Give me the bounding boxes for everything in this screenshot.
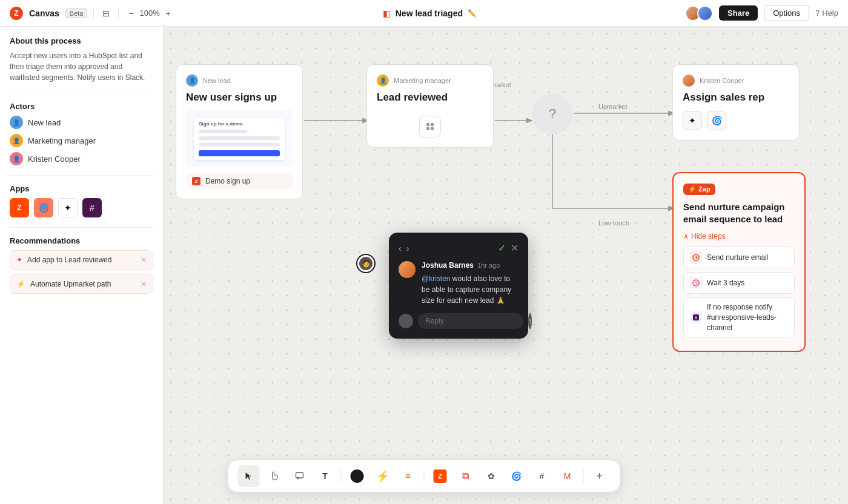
zap-step-label-3: If no response notify #unresponsive-lead… (707, 302, 788, 333)
rec-item-1: ✦ Add app to Lead reviewed ✕ (10, 250, 153, 270)
node-signup-header: 👤 New lead (186, 75, 293, 87)
node-reviewed-header: 👤 Marketing manager (377, 75, 483, 87)
process-title: About this process (10, 36, 153, 45)
node-reviewed-avatar: 👤 (377, 75, 389, 87)
toolbar-zapier-button[interactable]: Z (429, 465, 451, 487)
canvas-title: New lead triaged (396, 8, 463, 18)
rec-close-2[interactable]: ✕ (141, 280, 147, 288)
chevron-up-icon: ∧ (683, 232, 689, 240)
zap-step-3: # If no response notify #unresponsive-le… (683, 297, 795, 337)
actor-new-lead: 👤 New lead (10, 116, 153, 129)
node-assign-icons: ✦ 🌀 (683, 111, 789, 130)
actor-avatar-marketing: 👤 (10, 134, 23, 147)
zoom-level: 100% (139, 8, 159, 18)
comment-resolve-button[interactable]: ✓ (498, 242, 506, 254)
toolbar-add-button[interactable]: + (589, 465, 611, 487)
avatar-2 (697, 5, 713, 21)
zap-toggle[interactable]: ∧ Hide steps (683, 232, 795, 240)
node-signup-actor: New lead (203, 77, 231, 84)
comment-prev-button[interactable]: ‹ (399, 244, 402, 253)
circle-icon (351, 469, 364, 483)
toolbar-slack-button[interactable]: # (531, 465, 553, 487)
sidebar-divider-1 (10, 93, 153, 93)
rec-close-1[interactable]: ✕ (141, 256, 147, 264)
node-signup-title: New user signs up (186, 91, 293, 104)
edge-label-upmarket: Upmarket (598, 103, 628, 110)
toolbar-circle-button[interactable] (346, 465, 368, 487)
node-add-icon (377, 116, 483, 138)
zap-badge: ⚡ Zap (683, 184, 715, 195)
toolbar-text-button[interactable]: T (314, 465, 336, 487)
zoom-controls: − 100% + (125, 7, 174, 19)
zapier-icon: Z (434, 469, 447, 483)
toolbar-zap-button[interactable]: ⚡ (372, 465, 394, 487)
app-hubspot: 🌀 (34, 198, 53, 217)
rec-icon-2: ⚡ (16, 280, 25, 288)
share-button[interactable]: Share (719, 5, 758, 21)
collaborators (685, 5, 713, 21)
canvas[interactable]: Upmarket Low-touch Is customer upmarket … (164, 27, 848, 504)
node-zap: ⚡ Zap Send nurture campaign email sequen… (672, 172, 806, 352)
options-button[interactable]: Options (764, 5, 809, 21)
sidebar: About this process Accept new users into… (0, 27, 164, 504)
comment-nav-arrows: ‹ › (399, 244, 409, 253)
recommendations-title: Recommendations (10, 236, 153, 245)
toolbar-frame-button[interactable]: ⧉ (455, 465, 477, 487)
sidebar-divider-3 (10, 227, 153, 228)
comment-time: 1hr ago (477, 262, 500, 269)
notion-icon: ✦ (683, 111, 702, 130)
actor-kristen: 👤 Kristen Cooper (10, 152, 153, 165)
comment-reply-row: ↑ (399, 313, 518, 329)
comment-text: @kristen would also love to be able to c… (422, 273, 518, 306)
comment-close-button[interactable]: ✕ (511, 242, 518, 254)
zap-step-label-2: Wait 3 days (707, 279, 744, 287)
node-assign: Kristen Cooper Assign sales rep ✦ 🌀 (672, 64, 800, 141)
svg-rect-6 (431, 127, 434, 130)
comment-send-button[interactable]: ↑ (528, 313, 532, 329)
zap-step-icon-1 (690, 251, 702, 264)
add-apps-button[interactable] (419, 116, 441, 138)
toolbar-openai-button[interactable]: ✿ (480, 465, 502, 487)
node-assign-title: Assign sales rep (683, 91, 789, 104)
toolbar-comment-button[interactable] (289, 465, 311, 487)
hubspot-icon: 🌀 (707, 111, 726, 130)
apps-title: Apps (10, 184, 153, 193)
toolbar-cursor-button[interactable] (238, 465, 260, 487)
toolbar-gmail-button[interactable]: M (557, 465, 578, 487)
hide-button[interactable]: ⊟ (100, 7, 112, 19)
actor-avatar-new-lead: 👤 (10, 116, 23, 129)
node-assign-avatar (683, 75, 695, 87)
zap-title: Send nurture campaign email sequence to … (683, 201, 795, 225)
edit-icon[interactable]: ✏️ (468, 9, 477, 18)
toolbar-layers-button[interactable]: ≡ (397, 465, 419, 487)
svg-rect-3 (426, 123, 429, 126)
toolbar-hubspot-button[interactable]: 🌀 (506, 465, 528, 487)
rec-icon-1: ✦ (16, 256, 22, 264)
node-signup: 👤 New lead New user signs up Sign up for… (176, 64, 303, 199)
svg-rect-5 (426, 127, 429, 130)
comment-meta: Joshua Barnes 1hr ago (422, 261, 518, 270)
actor-marketing-manager: 👤 Marketing manager (10, 134, 153, 147)
rec-left-2: ⚡ Automate Upmarket path (16, 280, 111, 288)
comment-content: Joshua Barnes 1hr ago @kristen would als… (422, 261, 518, 306)
comment-marker[interactable]: 🧑 (356, 254, 376, 273)
actors-list: 👤 New lead 👤 Marketing manager 👤 Kristen… (10, 116, 153, 165)
apps-grid: Z 🌀 ✦ # (10, 198, 153, 217)
divider (93, 8, 94, 18)
zoom-in-button[interactable]: + (162, 7, 174, 19)
recommendations-list: ✦ Add app to Lead reviewed ✕ ⚡ Automate … (10, 250, 153, 294)
send-icon (692, 253, 700, 262)
actor-avatar-kristen: 👤 (10, 152, 23, 165)
toolbar-hand-button[interactable] (263, 465, 285, 487)
comment-marker-avatar: 🧑 (359, 257, 373, 270)
comment-reply-input[interactable] (418, 313, 523, 329)
decision-diamond: ? (532, 93, 573, 134)
zap-step-icon-3: # (690, 311, 702, 323)
rec-label-2: Automate Upmarket path (30, 280, 111, 288)
zoom-out-button[interactable]: − (125, 7, 137, 19)
comment-author: Joshua Barnes (422, 261, 474, 270)
comment-nav: ‹ › ✓ ✕ (399, 242, 518, 254)
app-logo: Z (10, 7, 23, 20)
help-button[interactable]: ? Help (815, 8, 838, 18)
comment-next-button[interactable]: › (406, 244, 409, 253)
